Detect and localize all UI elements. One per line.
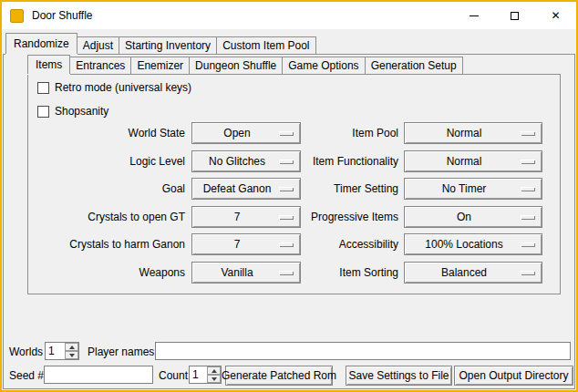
tab-enemizer[interactable]: Enemizer xyxy=(130,57,190,74)
seed-label: Seed # xyxy=(9,369,44,382)
top-tab-bar: Randomize Adjust Starting Inventory Cust… xyxy=(5,33,315,54)
retro-mode-checkbox[interactable] xyxy=(37,82,49,94)
item-pool-label: Item Pool xyxy=(284,122,398,144)
progressive-items-value: On xyxy=(457,211,490,223)
crystals-ganon-value: 7 xyxy=(234,238,259,251)
tab-entrances[interactable]: Entrances xyxy=(69,57,131,74)
count-spinner-arrows xyxy=(207,366,221,383)
close-icon: ✕ xyxy=(551,10,560,21)
spinner-up-button[interactable] xyxy=(207,366,221,375)
retro-mode-label: Retro mode (universal keys) xyxy=(55,81,191,94)
tab-starting-inventory[interactable]: Starting Inventory xyxy=(119,36,217,54)
spinner-up-button[interactable] xyxy=(65,343,78,351)
up-arrow-icon xyxy=(69,346,75,349)
minimize-icon xyxy=(470,15,479,16)
count-input[interactable] xyxy=(190,366,207,383)
item-pool-value: Normal xyxy=(447,127,501,139)
accessibility-dropdown[interactable]: 100% Locations xyxy=(404,233,542,255)
worlds-input[interactable] xyxy=(46,343,65,359)
item-sorting-dropdown[interactable]: Balanced xyxy=(404,262,542,284)
goal-label: Goal xyxy=(30,178,185,200)
inner-tab-bar: Items Entrances Enemizer Dungeon Shuffle… xyxy=(27,57,462,74)
logic-level-value: No Glitches xyxy=(209,155,284,168)
worlds-label: Worlds xyxy=(9,346,43,358)
crystals-ganon-label: Crystals to harm Ganon xyxy=(30,233,185,255)
items-pane: Retro mode (universal keys) Shopsanity W… xyxy=(27,74,561,294)
shopsanity-checkbox[interactable] xyxy=(37,106,49,118)
progressive-items-label: Progressive Items xyxy=(284,206,398,228)
tab-game-options[interactable]: Game Options xyxy=(282,57,365,74)
crystals-gt-label: Crystals to open GT xyxy=(30,206,185,228)
count-spinner[interactable] xyxy=(189,366,222,384)
world-state-label: World State xyxy=(30,122,185,144)
maximize-icon xyxy=(511,12,519,20)
tab-dungeon-shuffle[interactable]: Dungeon Shuffle xyxy=(189,57,283,74)
weapons-value: Vanilla xyxy=(221,266,271,279)
goal-value: Defeat Ganon xyxy=(203,182,290,195)
worlds-spinner-arrows xyxy=(65,343,78,359)
world-state-value: Open xyxy=(223,127,268,139)
dropdown-indicator-icon xyxy=(521,160,535,164)
minimize-button[interactable] xyxy=(453,2,494,29)
player-names-input[interactable] xyxy=(155,342,571,360)
up-arrow-icon xyxy=(212,369,217,373)
item-functionality-dropdown[interactable]: Normal xyxy=(404,150,542,172)
accessibility-value: 100% Locations xyxy=(425,238,521,251)
count-label: Count xyxy=(159,369,188,382)
crystals-gt-value: 7 xyxy=(234,211,259,223)
down-arrow-icon xyxy=(69,354,75,357)
timer-setting-label: Timer Setting xyxy=(284,178,398,200)
item-functionality-value: Normal xyxy=(447,155,501,168)
accessibility-label: Accessibility xyxy=(284,233,398,255)
tab-custom-item-pool[interactable]: Custom Item Pool xyxy=(216,36,315,54)
dropdown-indicator-icon xyxy=(521,131,535,136)
shopsanity-label: Shopsanity xyxy=(55,105,108,118)
retro-mode-row: Retro mode (universal keys) xyxy=(37,81,191,94)
weapons-label: Weapons xyxy=(30,262,185,284)
dropdown-indicator-icon xyxy=(521,215,535,220)
item-sorting-value: Balanced xyxy=(441,266,505,279)
player-names-label: Player names xyxy=(88,346,154,358)
timer-setting-value: No Timer xyxy=(442,182,505,195)
dropdown-indicator-icon xyxy=(521,242,535,247)
window-title: Door Shuffle xyxy=(32,9,93,22)
generate-patched-rom-button[interactable]: Generate Patched Rom xyxy=(225,366,333,386)
titlebar: Door Shuffle ✕ xyxy=(2,2,576,29)
save-settings-button[interactable]: Save Settings to File xyxy=(346,366,452,386)
item-functionality-label: Item Functionality xyxy=(284,150,398,172)
door-shuffle-window: Door Shuffle ✕ Randomize Adjust Starting… xyxy=(0,0,578,392)
spinner-down-button[interactable] xyxy=(65,351,78,359)
item-pool-dropdown[interactable]: Normal xyxy=(404,122,542,144)
worlds-spinner[interactable] xyxy=(45,342,79,360)
caption-buttons: ✕ xyxy=(453,2,576,29)
item-sorting-label: Item Sorting xyxy=(284,262,398,284)
tab-adjust[interactable]: Adjust xyxy=(77,36,119,54)
dropdown-indicator-icon xyxy=(521,271,535,275)
maximize-button[interactable] xyxy=(494,2,535,29)
tab-randomize[interactable]: Randomize xyxy=(5,33,77,54)
tab-items[interactable]: Items xyxy=(27,55,70,74)
shopsanity-row: Shopsanity xyxy=(37,105,108,118)
tab-generation-setup[interactable]: Generation Setup xyxy=(365,57,463,74)
close-button[interactable]: ✕ xyxy=(535,2,576,29)
down-arrow-icon xyxy=(212,377,217,381)
dropdown-indicator-icon xyxy=(521,187,535,191)
logic-level-label: Logic Level xyxy=(30,150,185,172)
timer-setting-dropdown[interactable]: No Timer xyxy=(404,178,542,200)
progressive-items-dropdown[interactable]: On xyxy=(404,206,542,228)
seed-input[interactable] xyxy=(44,366,153,384)
app-icon xyxy=(10,9,24,23)
spinner-down-button[interactable] xyxy=(207,375,221,383)
open-output-directory-button[interactable]: Open Output Directory xyxy=(454,366,573,386)
